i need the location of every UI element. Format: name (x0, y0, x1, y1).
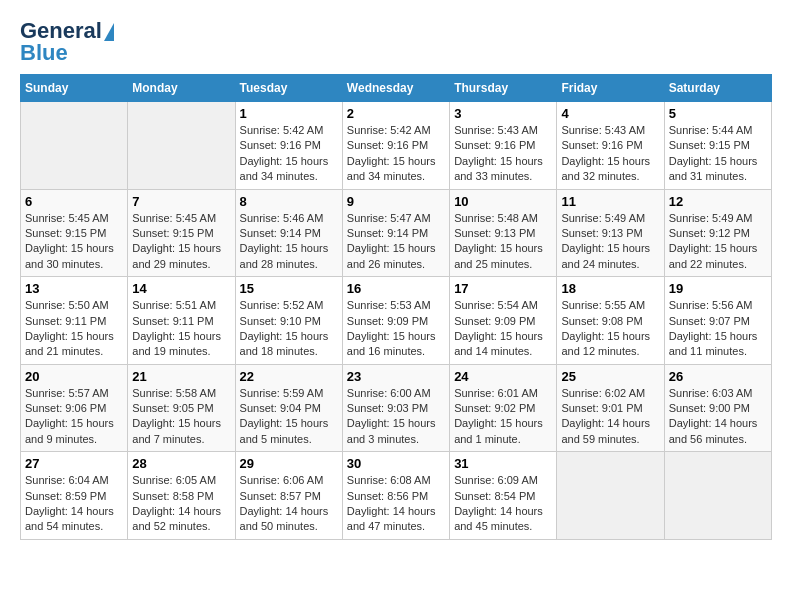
day-number: 19 (669, 281, 767, 296)
calendar-cell (664, 452, 771, 540)
calendar-cell: 3Sunrise: 5:43 AM Sunset: 9:16 PM Daylig… (450, 102, 557, 190)
day-info: Sunrise: 5:51 AM Sunset: 9:11 PM Dayligh… (132, 298, 230, 360)
calendar-week-4: 20Sunrise: 5:57 AM Sunset: 9:06 PM Dayli… (21, 364, 772, 452)
day-info: Sunrise: 5:55 AM Sunset: 9:08 PM Dayligh… (561, 298, 659, 360)
col-header-saturday: Saturday (664, 75, 771, 102)
day-number: 2 (347, 106, 445, 121)
calendar-week-5: 27Sunrise: 6:04 AM Sunset: 8:59 PM Dayli… (21, 452, 772, 540)
day-info: Sunrise: 5:48 AM Sunset: 9:13 PM Dayligh… (454, 211, 552, 273)
day-number: 25 (561, 369, 659, 384)
calendar-cell: 2Sunrise: 5:42 AM Sunset: 9:16 PM Daylig… (342, 102, 449, 190)
calendar-cell: 10Sunrise: 5:48 AM Sunset: 9:13 PM Dayli… (450, 189, 557, 277)
col-header-friday: Friday (557, 75, 664, 102)
logo-general: General (20, 20, 102, 42)
day-info: Sunrise: 5:49 AM Sunset: 9:13 PM Dayligh… (561, 211, 659, 273)
calendar-cell: 26Sunrise: 6:03 AM Sunset: 9:00 PM Dayli… (664, 364, 771, 452)
day-number: 4 (561, 106, 659, 121)
col-header-monday: Monday (128, 75, 235, 102)
day-info: Sunrise: 6:00 AM Sunset: 9:03 PM Dayligh… (347, 386, 445, 448)
day-info: Sunrise: 5:42 AM Sunset: 9:16 PM Dayligh… (240, 123, 338, 185)
day-number: 12 (669, 194, 767, 209)
calendar-cell: 5Sunrise: 5:44 AM Sunset: 9:15 PM Daylig… (664, 102, 771, 190)
day-number: 15 (240, 281, 338, 296)
calendar-cell (128, 102, 235, 190)
calendar-cell: 19Sunrise: 5:56 AM Sunset: 9:07 PM Dayli… (664, 277, 771, 365)
day-info: Sunrise: 5:54 AM Sunset: 9:09 PM Dayligh… (454, 298, 552, 360)
day-info: Sunrise: 5:44 AM Sunset: 9:15 PM Dayligh… (669, 123, 767, 185)
logo: General Blue (20, 20, 114, 64)
day-number: 30 (347, 456, 445, 471)
day-number: 7 (132, 194, 230, 209)
calendar-cell (557, 452, 664, 540)
day-number: 20 (25, 369, 123, 384)
calendar-cell: 23Sunrise: 6:00 AM Sunset: 9:03 PM Dayli… (342, 364, 449, 452)
calendar-cell: 29Sunrise: 6:06 AM Sunset: 8:57 PM Dayli… (235, 452, 342, 540)
day-info: Sunrise: 6:03 AM Sunset: 9:00 PM Dayligh… (669, 386, 767, 448)
day-info: Sunrise: 6:08 AM Sunset: 8:56 PM Dayligh… (347, 473, 445, 535)
day-number: 24 (454, 369, 552, 384)
day-number: 18 (561, 281, 659, 296)
col-header-wednesday: Wednesday (342, 75, 449, 102)
calendar-cell: 21Sunrise: 5:58 AM Sunset: 9:05 PM Dayli… (128, 364, 235, 452)
day-number: 8 (240, 194, 338, 209)
day-number: 17 (454, 281, 552, 296)
calendar-week-3: 13Sunrise: 5:50 AM Sunset: 9:11 PM Dayli… (21, 277, 772, 365)
calendar-cell: 9Sunrise: 5:47 AM Sunset: 9:14 PM Daylig… (342, 189, 449, 277)
day-number: 22 (240, 369, 338, 384)
day-info: Sunrise: 5:46 AM Sunset: 9:14 PM Dayligh… (240, 211, 338, 273)
logo-triangle (104, 23, 114, 41)
day-info: Sunrise: 5:49 AM Sunset: 9:12 PM Dayligh… (669, 211, 767, 273)
day-info: Sunrise: 5:58 AM Sunset: 9:05 PM Dayligh… (132, 386, 230, 448)
calendar-cell: 20Sunrise: 5:57 AM Sunset: 9:06 PM Dayli… (21, 364, 128, 452)
calendar-cell: 30Sunrise: 6:08 AM Sunset: 8:56 PM Dayli… (342, 452, 449, 540)
day-number: 23 (347, 369, 445, 384)
day-number: 5 (669, 106, 767, 121)
calendar-cell: 28Sunrise: 6:05 AM Sunset: 8:58 PM Dayli… (128, 452, 235, 540)
col-header-thursday: Thursday (450, 75, 557, 102)
calendar-cell: 8Sunrise: 5:46 AM Sunset: 9:14 PM Daylig… (235, 189, 342, 277)
calendar-cell: 18Sunrise: 5:55 AM Sunset: 9:08 PM Dayli… (557, 277, 664, 365)
day-number: 13 (25, 281, 123, 296)
calendar-table: SundayMondayTuesdayWednesdayThursdayFrid… (20, 74, 772, 540)
calendar-cell: 15Sunrise: 5:52 AM Sunset: 9:10 PM Dayli… (235, 277, 342, 365)
col-header-tuesday: Tuesday (235, 75, 342, 102)
calendar-cell: 13Sunrise: 5:50 AM Sunset: 9:11 PM Dayli… (21, 277, 128, 365)
calendar-cell: 11Sunrise: 5:49 AM Sunset: 9:13 PM Dayli… (557, 189, 664, 277)
logo-blue: Blue (20, 42, 68, 64)
day-info: Sunrise: 6:06 AM Sunset: 8:57 PM Dayligh… (240, 473, 338, 535)
day-info: Sunrise: 5:56 AM Sunset: 9:07 PM Dayligh… (669, 298, 767, 360)
day-info: Sunrise: 5:57 AM Sunset: 9:06 PM Dayligh… (25, 386, 123, 448)
day-number: 10 (454, 194, 552, 209)
calendar-cell: 25Sunrise: 6:02 AM Sunset: 9:01 PM Dayli… (557, 364, 664, 452)
calendar-cell: 17Sunrise: 5:54 AM Sunset: 9:09 PM Dayli… (450, 277, 557, 365)
day-number: 1 (240, 106, 338, 121)
calendar-cell: 12Sunrise: 5:49 AM Sunset: 9:12 PM Dayli… (664, 189, 771, 277)
day-info: Sunrise: 5:53 AM Sunset: 9:09 PM Dayligh… (347, 298, 445, 360)
day-number: 16 (347, 281, 445, 296)
day-number: 14 (132, 281, 230, 296)
calendar-cell: 6Sunrise: 5:45 AM Sunset: 9:15 PM Daylig… (21, 189, 128, 277)
day-info: Sunrise: 5:43 AM Sunset: 9:16 PM Dayligh… (454, 123, 552, 185)
day-info: Sunrise: 5:47 AM Sunset: 9:14 PM Dayligh… (347, 211, 445, 273)
day-info: Sunrise: 6:04 AM Sunset: 8:59 PM Dayligh… (25, 473, 123, 535)
day-number: 29 (240, 456, 338, 471)
calendar-cell: 4Sunrise: 5:43 AM Sunset: 9:16 PM Daylig… (557, 102, 664, 190)
day-info: Sunrise: 5:52 AM Sunset: 9:10 PM Dayligh… (240, 298, 338, 360)
day-info: Sunrise: 5:45 AM Sunset: 9:15 PM Dayligh… (132, 211, 230, 273)
day-info: Sunrise: 6:05 AM Sunset: 8:58 PM Dayligh… (132, 473, 230, 535)
day-number: 3 (454, 106, 552, 121)
calendar-week-1: 1Sunrise: 5:42 AM Sunset: 9:16 PM Daylig… (21, 102, 772, 190)
calendar-cell: 27Sunrise: 6:04 AM Sunset: 8:59 PM Dayli… (21, 452, 128, 540)
day-number: 26 (669, 369, 767, 384)
col-header-sunday: Sunday (21, 75, 128, 102)
calendar-cell: 31Sunrise: 6:09 AM Sunset: 8:54 PM Dayli… (450, 452, 557, 540)
page-header: General Blue (20, 20, 772, 64)
day-number: 21 (132, 369, 230, 384)
calendar-cell: 7Sunrise: 5:45 AM Sunset: 9:15 PM Daylig… (128, 189, 235, 277)
day-info: Sunrise: 5:42 AM Sunset: 9:16 PM Dayligh… (347, 123, 445, 185)
calendar-cell: 24Sunrise: 6:01 AM Sunset: 9:02 PM Dayli… (450, 364, 557, 452)
day-info: Sunrise: 6:02 AM Sunset: 9:01 PM Dayligh… (561, 386, 659, 448)
day-number: 11 (561, 194, 659, 209)
calendar-cell (21, 102, 128, 190)
calendar-week-2: 6Sunrise: 5:45 AM Sunset: 9:15 PM Daylig… (21, 189, 772, 277)
